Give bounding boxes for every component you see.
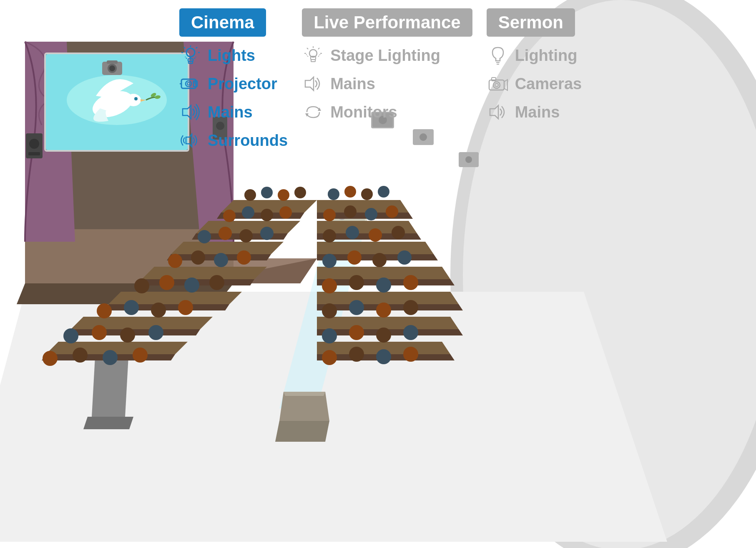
svg-point-116 — [349, 300, 364, 315]
svg-point-87 — [63, 328, 78, 343]
svg-point-90 — [148, 325, 163, 340]
svg-point-121 — [376, 328, 391, 343]
stage-light-icon — [302, 44, 324, 67]
svg-point-150 — [186, 81, 191, 87]
svg-point-136 — [109, 65, 115, 71]
svg-point-71 — [198, 230, 211, 243]
cinema-projector-item[interactable]: Projector — [179, 73, 277, 95]
svg-point-92 — [73, 348, 88, 363]
svg-point-63 — [244, 189, 256, 201]
svg-marker-178 — [490, 105, 498, 119]
svg-point-21 — [29, 139, 39, 149]
svg-point-72 — [219, 227, 232, 240]
sermon-cameras-label: Cameras — [515, 75, 582, 93]
svg-point-88 — [92, 325, 107, 340]
svg-point-69 — [261, 209, 273, 221]
sermon-mains-label: Mains — [515, 103, 560, 121]
svg-point-68 — [242, 206, 254, 219]
svg-rect-22 — [28, 152, 40, 155]
cinema-lights-item[interactable]: Lights — [179, 44, 255, 67]
svg-point-64 — [261, 187, 273, 198]
svg-marker-41 — [142, 267, 267, 279]
svg-point-84 — [124, 300, 139, 315]
svg-point-81 — [184, 278, 199, 293]
sermon-mains-item[interactable]: Mains — [487, 101, 560, 123]
live-column: Live Performance Stage Lighting — [302, 8, 472, 129]
svg-marker-47 — [46, 342, 188, 354]
lights-icon — [179, 44, 202, 67]
svg-point-123 — [322, 350, 337, 365]
live-stage-lighting-label: Stage Lighting — [330, 47, 440, 65]
svg-point-122 — [403, 325, 418, 340]
svg-marker-155 — [183, 105, 191, 119]
sermon-lighting-item[interactable]: Lighting — [487, 44, 578, 67]
svg-point-96 — [344, 186, 356, 198]
svg-point-117 — [376, 303, 391, 318]
svg-point-103 — [323, 229, 336, 243]
svg-line-147 — [185, 57, 187, 59]
svg-point-175 — [495, 83, 498, 87]
svg-point-89 — [120, 328, 135, 343]
cinema-column: Cinema Lights — [179, 8, 288, 158]
svg-line-142 — [196, 47, 197, 48]
live-mains-item[interactable]: Mains — [302, 73, 375, 95]
svg-point-125 — [376, 349, 391, 364]
cinema-mains-item[interactable]: Mains — [179, 101, 253, 123]
sermon-header[interactable]: Sermon — [487, 8, 575, 37]
svg-marker-34 — [83, 417, 133, 429]
svg-point-83 — [97, 303, 112, 318]
svg-point-109 — [372, 253, 387, 267]
cinema-projector-label: Projector — [208, 75, 277, 93]
svg-point-94 — [133, 348, 148, 363]
svg-marker-57 — [317, 292, 459, 304]
live-monitors-item[interactable]: Monitors — [302, 101, 397, 123]
svg-point-98 — [378, 186, 389, 198]
live-monitors-label: Monitors — [330, 103, 397, 121]
svg-point-102 — [386, 205, 398, 218]
svg-point-79 — [134, 278, 149, 293]
monitor-icon — [302, 101, 324, 123]
legend-panel: Cinema Lights — [179, 8, 582, 158]
svg-point-100 — [344, 205, 357, 218]
svg-point-119 — [322, 328, 337, 343]
svg-point-85 — [151, 303, 166, 318]
sermon-column: Sermon Lighting — [487, 8, 582, 129]
sermon-lighting-label: Lighting — [515, 47, 578, 65]
svg-line-148 — [194, 57, 196, 59]
svg-point-75 — [168, 254, 182, 268]
svg-point-120 — [349, 325, 364, 340]
svg-line-141 — [184, 47, 185, 48]
svg-marker-59 — [317, 317, 459, 329]
svg-marker-30 — [279, 392, 329, 421]
svg-line-159 — [307, 48, 308, 49]
cinema-header[interactable]: Cinema — [179, 8, 266, 37]
svg-point-115 — [322, 303, 337, 318]
live-header[interactable]: Live Performance — [302, 8, 472, 37]
svg-point-77 — [214, 253, 228, 267]
live-stage-lighting-item[interactable]: Stage Lighting — [302, 44, 440, 67]
cinema-surrounds-label: Surrounds — [208, 132, 288, 150]
sermon-cameras-item[interactable]: Cameras — [487, 73, 582, 95]
svg-marker-44 — [104, 304, 229, 310]
svg-line-165 — [306, 54, 308, 57]
cinema-surrounds-item[interactable]: Surrounds — [179, 129, 288, 152]
cinema-mains-label: Mains — [208, 103, 253, 121]
svg-point-118 — [403, 300, 418, 315]
svg-marker-156 — [186, 134, 192, 147]
svg-point-105 — [369, 228, 382, 242]
svg-point-80 — [159, 275, 174, 290]
svg-point-113 — [376, 278, 391, 293]
svg-point-70 — [279, 206, 292, 219]
svg-point-97 — [361, 188, 373, 200]
svg-point-174 — [493, 82, 500, 88]
svg-point-108 — [347, 250, 362, 265]
svg-point-76 — [191, 250, 205, 265]
svg-line-166 — [318, 54, 320, 57]
svg-rect-137 — [107, 60, 118, 64]
svg-point-86 — [178, 300, 193, 315]
svg-point-73 — [239, 229, 253, 243]
svg-marker-55 — [317, 267, 450, 279]
svg-marker-45 — [71, 317, 213, 329]
svg-point-99 — [323, 209, 336, 221]
svg-marker-31 — [284, 392, 325, 396]
